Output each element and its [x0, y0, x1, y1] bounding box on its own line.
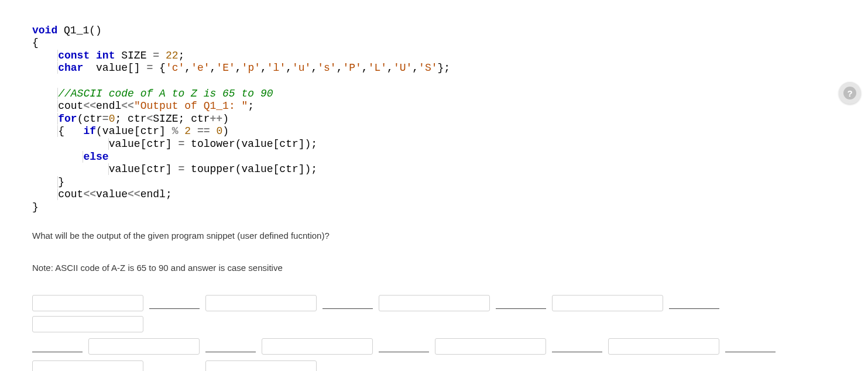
answer-input[interactable]: [262, 338, 373, 355]
answer-input[interactable]: [32, 316, 143, 332]
blank-separator: [379, 340, 429, 352]
blank-separator: [205, 340, 256, 352]
answer-input[interactable]: [435, 338, 546, 355]
answer-input[interactable]: [88, 338, 200, 355]
answer-input[interactable]: [32, 360, 143, 372]
blank-separator: [149, 362, 200, 372]
answer-input[interactable]: [205, 360, 317, 372]
answer-input[interactable]: [205, 295, 317, 311]
question-text: What will be the output of the given pro…: [32, 231, 836, 241]
answer-row-2: [32, 338, 836, 355]
answer-row-3: [32, 360, 836, 372]
blank-separator: [552, 340, 602, 352]
help-button[interactable]: ?: [839, 82, 861, 104]
blank-separator: [725, 340, 776, 352]
note-text: Note: ASCII code of A-Z is 65 to 90 and …: [32, 263, 836, 273]
question-mark-icon: ?: [843, 87, 856, 99]
blank-separator: [149, 297, 200, 309]
answer-input[interactable]: [608, 338, 719, 355]
blank-separator: [32, 340, 83, 352]
answer-input[interactable]: [32, 295, 143, 311]
code-snippet: void Q1_1() { const int SIZE = 22; char …: [32, 12, 836, 214]
answer-input[interactable]: [379, 295, 490, 311]
blank-separator: [669, 297, 719, 309]
answer-input[interactable]: [552, 295, 663, 311]
question-page: void Q1_1() { const int SIZE = 22; char …: [0, 0, 868, 371]
blank-separator: [496, 297, 546, 309]
blank-separator: [323, 297, 373, 309]
blank-separator: [323, 362, 373, 372]
answer-row-1: [32, 295, 836, 332]
